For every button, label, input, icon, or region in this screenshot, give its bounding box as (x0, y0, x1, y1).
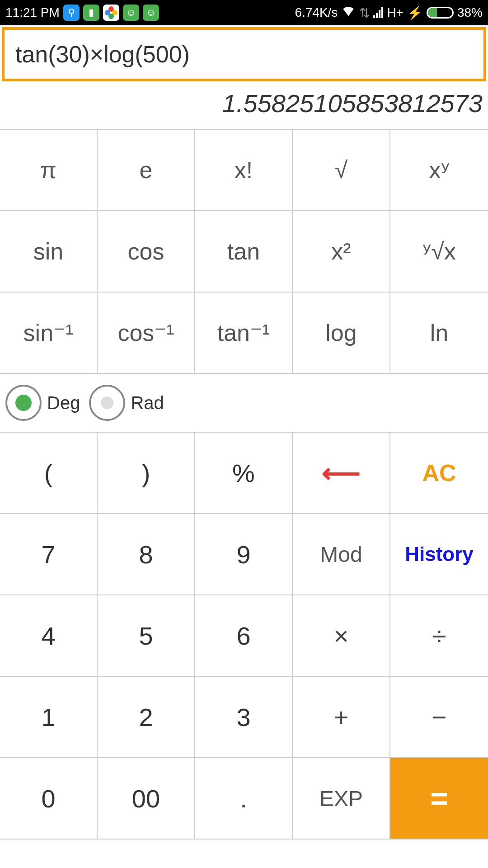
percent-button[interactable]: % (195, 433, 293, 514)
two-button[interactable]: 2 (98, 677, 195, 758)
deg-label: Deg (47, 393, 80, 413)
ac-button[interactable]: AC (390, 433, 488, 514)
signal-icon (373, 7, 383, 18)
decimal-button[interactable]: . (195, 758, 293, 840)
scientific-button-grid: π e x! √ xʸ sin cos tan x² ʸ√x sin⁻¹ cos… (0, 129, 488, 374)
sqrt-button[interactable]: √ (293, 130, 390, 211)
acos-button[interactable]: cos⁻¹ (98, 292, 195, 374)
exp-button[interactable]: EXP (293, 758, 390, 840)
robot-icon-2: ☺ (143, 5, 159, 21)
double-zero-button[interactable]: 00 (98, 758, 195, 840)
history-button[interactable]: History (390, 514, 488, 595)
one-button[interactable]: 1 (0, 677, 98, 758)
result-text: 1.55825105853812573 (222, 89, 483, 118)
robot-icon-1: ☺ (123, 5, 139, 21)
atan-button[interactable]: tan⁻¹ (195, 292, 293, 374)
e-button[interactable]: e (98, 130, 195, 211)
eight-button[interactable]: 8 (98, 514, 195, 595)
battery-icon (427, 7, 454, 19)
expression-text: tan(30)×log(500) (15, 41, 190, 68)
status-right: 6.74K/s ⇅ H+ ⚡ 38% (295, 5, 483, 20)
data-speed: 6.74K/s (295, 5, 338, 20)
ln-button[interactable]: ln (390, 292, 488, 374)
wifi-icon (341, 5, 356, 20)
usb-icon: ⚲ (63, 5, 80, 21)
lparen-button[interactable]: ( (0, 433, 98, 514)
three-button[interactable]: 3 (195, 677, 293, 758)
status-left: 11:21 PM ⚲ ▮ ☺ ☺ (5, 5, 159, 21)
factorial-button[interactable]: x! (195, 130, 293, 211)
sin-button[interactable]: sin (0, 211, 98, 292)
backspace-icon: ⟵ (322, 457, 361, 489)
zero-button[interactable]: 0 (0, 758, 98, 840)
divide-button[interactable]: ÷ (390, 595, 488, 677)
mod-button[interactable]: Mod (293, 514, 390, 595)
charging-icon: ⚡ (407, 5, 423, 20)
square-button[interactable]: x² (293, 211, 390, 292)
result-display: 1.55825105853812573 (0, 83, 488, 129)
pi-button[interactable]: π (0, 130, 98, 211)
minus-button[interactable]: − (390, 677, 488, 758)
equals-button[interactable]: = (390, 758, 488, 840)
yroot-button[interactable]: ʸ√x (390, 211, 488, 292)
backspace-button[interactable]: ⟵ (293, 433, 390, 514)
rparen-button[interactable]: ) (98, 433, 195, 514)
log-button[interactable]: log (293, 292, 390, 374)
photos-icon (103, 5, 119, 21)
five-button[interactable]: 5 (98, 595, 195, 677)
battery-percent: 38% (457, 5, 483, 20)
power-button[interactable]: xʸ (390, 130, 488, 211)
rad-radio[interactable] (89, 385, 125, 421)
seven-button[interactable]: 7 (0, 514, 98, 595)
data-arrows-icon: ⇅ (359, 5, 370, 20)
battery-saver-icon: ▮ (83, 5, 99, 21)
plus-button[interactable]: + (293, 677, 390, 758)
deg-radio[interactable] (5, 385, 42, 421)
status-time: 11:21 PM (5, 5, 60, 20)
rad-label: Rad (131, 393, 164, 413)
multiply-button[interactable]: × (293, 595, 390, 677)
number-button-grid: ( ) % ⟵ AC 7 8 9 Mod History 4 5 6 × ÷ 1… (0, 433, 488, 840)
four-button[interactable]: 4 (0, 595, 98, 677)
nine-button[interactable]: 9 (195, 514, 293, 595)
six-button[interactable]: 6 (195, 595, 293, 677)
expression-input[interactable]: tan(30)×log(500) (2, 27, 486, 81)
cos-button[interactable]: cos (98, 211, 195, 292)
angle-mode-row: Deg Rad (0, 374, 488, 433)
network-type: H+ (387, 5, 404, 20)
tan-button[interactable]: tan (195, 211, 293, 292)
status-bar: 11:21 PM ⚲ ▮ ☺ ☺ 6.74K/s ⇅ H+ ⚡ (0, 0, 488, 25)
asin-button[interactable]: sin⁻¹ (0, 292, 98, 374)
